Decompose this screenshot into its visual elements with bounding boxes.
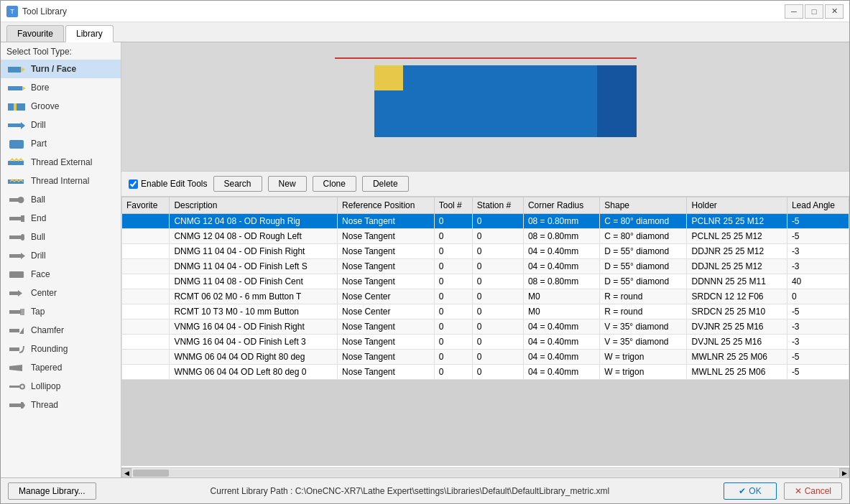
table-row[interactable]: VNMG 16 04 04 - OD Finish Left 3Nose Tan… bbox=[122, 335, 849, 350]
bore-label: Bore bbox=[31, 83, 49, 93]
sidebar-item-turn-face[interactable]: Turn / Face bbox=[1, 60, 121, 78]
cell-holder: DDNNN 25 25 M11 bbox=[687, 274, 787, 289]
new-button[interactable]: New bbox=[268, 176, 307, 192]
cell-description: CNMG 12 04 08 - OD Rough Left bbox=[170, 229, 338, 244]
title-bar-left: T Tool Library bbox=[6, 6, 67, 17]
face-label: Face bbox=[31, 269, 50, 279]
cell-description: RCMT 06 02 M0 - 6 mm Button T bbox=[170, 289, 338, 304]
svg-rect-14 bbox=[21, 215, 24, 222]
sidebar-item-rounding[interactable]: Rounding bbox=[1, 340, 121, 358]
sidebar-item-thread[interactable]: Thread bbox=[1, 396, 121, 414]
preview-area bbox=[121, 42, 849, 172]
clone-button[interactable]: Clone bbox=[313, 176, 356, 192]
col-tool-num[interactable]: Tool # bbox=[434, 197, 472, 214]
sidebar-item-ball[interactable]: Ball bbox=[1, 190, 121, 209]
sidebar-item-thread-external[interactable]: Thread External bbox=[1, 153, 121, 172]
col-reference-position[interactable]: Reference Position bbox=[338, 197, 435, 214]
table-row[interactable]: DNMG 11 04 04 - OD Finish RightNose Tang… bbox=[122, 244, 849, 259]
col-shape[interactable]: Shape bbox=[600, 197, 687, 214]
bull-label: Bull bbox=[31, 232, 45, 242]
cell-lead_angle: -3 bbox=[787, 244, 849, 259]
part-label: Part bbox=[31, 139, 47, 149]
minimize-button[interactable]: ─ bbox=[785, 4, 803, 19]
sidebar-item-lollipop[interactable]: Lollipop bbox=[1, 377, 121, 396]
col-corner-radius[interactable]: Corner Radius bbox=[523, 197, 599, 214]
enable-edit-tools-label[interactable]: Enable Edit Tools bbox=[129, 179, 208, 189]
center-icon bbox=[6, 286, 27, 299]
col-favorite[interactable]: Favorite bbox=[122, 197, 170, 214]
ok-button[interactable]: ✔ OK bbox=[724, 482, 776, 500]
cell-shape: D = 55° diamond bbox=[600, 259, 687, 274]
table-row[interactable]: CNMG 12 04 08 - OD Rough RigNose Tangent… bbox=[122, 214, 849, 229]
col-holder[interactable]: Holder bbox=[687, 197, 787, 214]
svg-point-29 bbox=[21, 386, 24, 388]
sidebar-scroll[interactable]: Turn / Face Bore Groove bbox=[1, 60, 121, 477]
svg-rect-9 bbox=[8, 161, 24, 165]
tab-library[interactable]: Library bbox=[65, 25, 114, 42]
lollipop-icon bbox=[6, 380, 27, 393]
sidebar-item-thread-internal[interactable]: Thread Internal bbox=[1, 172, 121, 190]
cell-tool_num: 0 bbox=[434, 319, 472, 335]
col-description[interactable]: Description bbox=[170, 197, 338, 214]
cell-reference_position: Nose Tangent bbox=[338, 244, 435, 259]
svg-rect-20 bbox=[9, 291, 18, 295]
delete-button[interactable]: Delete bbox=[362, 176, 409, 192]
cell-corner_radius: M0 bbox=[523, 304, 599, 319]
scroll-track[interactable] bbox=[133, 470, 838, 477]
sidebar-item-chamfer[interactable]: Chamfer bbox=[1, 321, 121, 340]
sidebar-item-tapered[interactable]: Tapered bbox=[1, 358, 121, 377]
table-row[interactable]: RCMT 10 T3 M0 - 10 mm ButtonNose Center0… bbox=[122, 304, 849, 319]
table-row[interactable]: DNMG 11 04 04 - OD Finish Left SNose Tan… bbox=[122, 259, 849, 274]
cell-favorite bbox=[122, 365, 170, 380]
drill2-label: Drill bbox=[31, 251, 46, 261]
maximize-button[interactable]: □ bbox=[805, 4, 823, 19]
manage-library-button[interactable]: Manage Library... bbox=[8, 482, 96, 500]
cell-lead_angle: -5 bbox=[787, 365, 849, 380]
table-row[interactable]: RCMT 06 02 M0 - 6 mm Button TNose Center… bbox=[122, 289, 849, 304]
svg-rect-34 bbox=[597, 65, 637, 137]
cell-lead_angle: -5 bbox=[787, 304, 849, 319]
table-row[interactable]: VNMG 16 04 04 - OD Finish RightNose Tang… bbox=[122, 319, 849, 335]
scroll-thumb[interactable] bbox=[133, 470, 169, 477]
tab-favourite[interactable]: Favourite bbox=[6, 25, 64, 42]
svg-rect-17 bbox=[9, 254, 21, 258]
col-lead-angle[interactable]: Lead Angle bbox=[787, 197, 849, 214]
table-row[interactable]: WNMG 06 04 04 OD Right 80 degNose Tangen… bbox=[122, 350, 849, 365]
search-button[interactable]: Search bbox=[213, 176, 262, 192]
cell-shape: V = 35° diamond bbox=[600, 319, 687, 335]
sidebar-item-center[interactable]: Center bbox=[1, 284, 121, 302]
cell-shape: W = trigon bbox=[600, 350, 687, 365]
sidebar-item-drill2[interactable]: Drill bbox=[1, 246, 121, 265]
table-row[interactable]: WNMG 06 04 04 OD Left 80 deg 0Nose Tange… bbox=[122, 365, 849, 380]
end-icon bbox=[6, 212, 27, 225]
sidebar-item-part[interactable]: Part bbox=[1, 134, 121, 153]
cell-reference_position: Nose Tangent bbox=[338, 365, 435, 380]
scroll-left-button[interactable]: ◀ bbox=[121, 468, 131, 478]
svg-rect-0 bbox=[8, 67, 21, 73]
sidebar-item-bull[interactable]: Bull bbox=[1, 228, 121, 246]
cell-reference_position: Nose Tangent bbox=[338, 259, 435, 274]
table-row[interactable]: DNMG 11 04 08 - OD Finish CentNose Tange… bbox=[122, 274, 849, 289]
cell-tool_num: 0 bbox=[434, 350, 472, 365]
sidebar-item-drill[interactable]: Drill bbox=[1, 116, 121, 134]
close-button[interactable]: ✕ bbox=[825, 4, 844, 19]
tool-preview-svg bbox=[335, 51, 637, 162]
sidebar-item-end[interactable]: End bbox=[1, 209, 121, 228]
col-station-num[interactable]: Station # bbox=[472, 197, 523, 214]
tapered-icon bbox=[6, 361, 27, 374]
sidebar-item-groove[interactable]: Groove bbox=[1, 97, 121, 116]
cancel-button[interactable]: ✕ Cancel bbox=[784, 482, 842, 500]
sidebar-label: Select Tool Type: bbox=[1, 42, 121, 60]
cell-favorite bbox=[122, 244, 170, 259]
sidebar-item-tap[interactable]: Tap bbox=[1, 302, 121, 321]
cell-station_num: 0 bbox=[472, 289, 523, 304]
enable-edit-tools-checkbox[interactable] bbox=[129, 179, 138, 189]
sidebar-item-bore[interactable]: Bore bbox=[1, 78, 121, 97]
sidebar-item-face[interactable]: Face bbox=[1, 265, 121, 284]
cell-favorite bbox=[122, 350, 170, 365]
thread-label: Thread bbox=[31, 400, 58, 410]
scroll-right-button[interactable]: ▶ bbox=[839, 468, 849, 478]
table-container[interactable]: Favorite Description Reference Position … bbox=[121, 197, 849, 467]
table-row[interactable]: CNMG 12 04 08 - OD Rough LeftNose Tangen… bbox=[122, 229, 849, 244]
horizontal-scrollbar[interactable]: ◀ ▶ bbox=[121, 467, 849, 477]
